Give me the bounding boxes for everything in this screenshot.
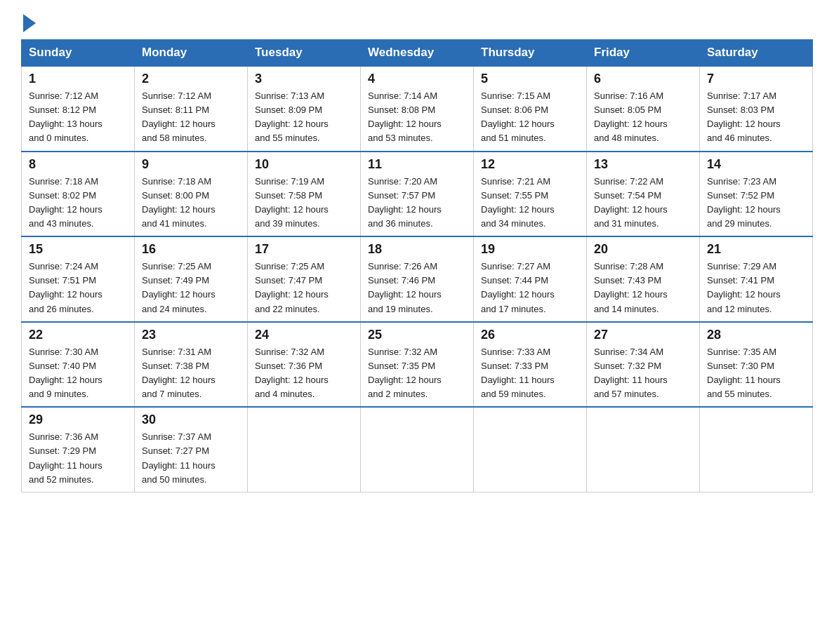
day-number: 21 bbox=[707, 242, 805, 257]
day-number: 28 bbox=[707, 328, 805, 342]
day-info: Sunrise: 7:28 AMSunset: 7:43 PMDaylight:… bbox=[594, 260, 692, 316]
logo bbox=[21, 14, 36, 27]
day-number: 30 bbox=[142, 412, 240, 427]
day-info: Sunrise: 7:17 AMSunset: 8:03 PMDaylight:… bbox=[707, 89, 805, 146]
day-number: 19 bbox=[481, 242, 579, 257]
day-number: 24 bbox=[255, 328, 353, 342]
day-number: 27 bbox=[594, 328, 692, 342]
calendar-header-row: SundayMondayTuesdayWednesdayThursdayFrid… bbox=[22, 40, 813, 67]
calendar-cell: 16Sunrise: 7:25 AMSunset: 7:49 PMDayligh… bbox=[135, 236, 248, 322]
calendar-week-2: 8Sunrise: 7:18 AMSunset: 8:02 PMDaylight… bbox=[22, 152, 813, 237]
weekday-header-thursday: Thursday bbox=[474, 40, 587, 67]
calendar-cell: 14Sunrise: 7:23 AMSunset: 7:52 PMDayligh… bbox=[700, 152, 813, 237]
day-info: Sunrise: 7:36 AMSunset: 7:29 PMDaylight:… bbox=[29, 430, 127, 487]
day-info: Sunrise: 7:22 AMSunset: 7:54 PMDaylight:… bbox=[594, 175, 692, 232]
calendar-cell: 1Sunrise: 7:12 AMSunset: 8:12 PMDaylight… bbox=[22, 66, 135, 152]
day-info: Sunrise: 7:24 AMSunset: 7:51 PMDaylight:… bbox=[29, 260, 127, 316]
calendar-cell: 27Sunrise: 7:34 AMSunset: 7:32 PMDayligh… bbox=[587, 322, 700, 408]
calendar-cell: 28Sunrise: 7:35 AMSunset: 7:30 PMDayligh… bbox=[700, 322, 813, 408]
calendar-week-1: 1Sunrise: 7:12 AMSunset: 8:12 PMDaylight… bbox=[22, 66, 813, 152]
calendar-cell bbox=[587, 407, 700, 492]
weekday-header-tuesday: Tuesday bbox=[248, 40, 361, 67]
day-info: Sunrise: 7:12 AMSunset: 8:11 PMDaylight:… bbox=[142, 89, 240, 146]
day-number: 2 bbox=[142, 72, 240, 86]
calendar-cell bbox=[700, 407, 813, 492]
calendar-cell: 10Sunrise: 7:19 AMSunset: 7:58 PMDayligh… bbox=[248, 152, 361, 237]
calendar-cell: 26Sunrise: 7:33 AMSunset: 7:33 PMDayligh… bbox=[474, 322, 587, 408]
day-info: Sunrise: 7:27 AMSunset: 7:44 PMDaylight:… bbox=[481, 260, 579, 316]
calendar-cell bbox=[248, 407, 361, 492]
day-number: 22 bbox=[29, 328, 127, 342]
calendar-cell: 30Sunrise: 7:37 AMSunset: 7:27 PMDayligh… bbox=[135, 407, 248, 492]
day-info: Sunrise: 7:20 AMSunset: 7:57 PMDaylight:… bbox=[368, 175, 466, 232]
day-info: Sunrise: 7:33 AMSunset: 7:33 PMDaylight:… bbox=[481, 345, 579, 402]
day-info: Sunrise: 7:37 AMSunset: 7:27 PMDaylight:… bbox=[142, 430, 240, 487]
weekday-header-friday: Friday bbox=[587, 40, 700, 67]
calendar-cell: 17Sunrise: 7:25 AMSunset: 7:47 PMDayligh… bbox=[248, 236, 361, 322]
page-header bbox=[21, 14, 813, 27]
day-number: 12 bbox=[481, 157, 579, 172]
calendar-cell: 9Sunrise: 7:18 AMSunset: 8:00 PMDaylight… bbox=[135, 152, 248, 237]
calendar-cell: 13Sunrise: 7:22 AMSunset: 7:54 PMDayligh… bbox=[587, 152, 700, 237]
day-info: Sunrise: 7:14 AMSunset: 8:08 PMDaylight:… bbox=[368, 89, 466, 146]
calendar-cell: 19Sunrise: 7:27 AMSunset: 7:44 PMDayligh… bbox=[474, 236, 587, 322]
day-info: Sunrise: 7:23 AMSunset: 7:52 PMDaylight:… bbox=[707, 175, 805, 232]
day-info: Sunrise: 7:18 AMSunset: 8:02 PMDaylight:… bbox=[29, 175, 127, 232]
day-number: 4 bbox=[368, 72, 466, 86]
calendar-cell: 8Sunrise: 7:18 AMSunset: 8:02 PMDaylight… bbox=[22, 152, 135, 237]
day-info: Sunrise: 7:26 AMSunset: 7:46 PMDaylight:… bbox=[368, 260, 466, 316]
calendar-cell bbox=[361, 407, 474, 492]
day-number: 23 bbox=[142, 328, 240, 342]
calendar-cell: 2Sunrise: 7:12 AMSunset: 8:11 PMDaylight… bbox=[135, 66, 248, 152]
day-number: 14 bbox=[707, 157, 805, 172]
day-info: Sunrise: 7:21 AMSunset: 7:55 PMDaylight:… bbox=[481, 175, 579, 232]
calendar-cell: 20Sunrise: 7:28 AMSunset: 7:43 PMDayligh… bbox=[587, 236, 700, 322]
day-info: Sunrise: 7:19 AMSunset: 7:58 PMDaylight:… bbox=[255, 175, 353, 232]
day-number: 8 bbox=[29, 157, 127, 172]
day-number: 6 bbox=[594, 72, 692, 86]
weekday-header-wednesday: Wednesday bbox=[361, 40, 474, 67]
day-number: 1 bbox=[29, 72, 127, 86]
day-info: Sunrise: 7:13 AMSunset: 8:09 PMDaylight:… bbox=[255, 89, 353, 146]
day-info: Sunrise: 7:35 AMSunset: 7:30 PMDaylight:… bbox=[707, 345, 805, 402]
weekday-header-monday: Monday bbox=[135, 40, 248, 67]
calendar-cell: 12Sunrise: 7:21 AMSunset: 7:55 PMDayligh… bbox=[474, 152, 587, 237]
calendar-cell: 5Sunrise: 7:15 AMSunset: 8:06 PMDaylight… bbox=[474, 66, 587, 152]
day-info: Sunrise: 7:32 AMSunset: 7:36 PMDaylight:… bbox=[255, 345, 353, 402]
calendar-cell: 6Sunrise: 7:16 AMSunset: 8:05 PMDaylight… bbox=[587, 66, 700, 152]
calendar-cell: 21Sunrise: 7:29 AMSunset: 7:41 PMDayligh… bbox=[700, 236, 813, 322]
day-number: 10 bbox=[255, 157, 353, 172]
calendar-cell: 25Sunrise: 7:32 AMSunset: 7:35 PMDayligh… bbox=[361, 322, 474, 408]
calendar-cell: 29Sunrise: 7:36 AMSunset: 7:29 PMDayligh… bbox=[22, 407, 135, 492]
calendar-cell: 18Sunrise: 7:26 AMSunset: 7:46 PMDayligh… bbox=[361, 236, 474, 322]
day-info: Sunrise: 7:34 AMSunset: 7:32 PMDaylight:… bbox=[594, 345, 692, 402]
calendar-table: SundayMondayTuesdayWednesdayThursdayFrid… bbox=[21, 39, 813, 492]
day-info: Sunrise: 7:30 AMSunset: 7:40 PMDaylight:… bbox=[29, 345, 127, 402]
calendar-cell: 15Sunrise: 7:24 AMSunset: 7:51 PMDayligh… bbox=[22, 236, 135, 322]
calendar-cell: 11Sunrise: 7:20 AMSunset: 7:57 PMDayligh… bbox=[361, 152, 474, 237]
day-number: 29 bbox=[29, 412, 127, 427]
weekday-header-saturday: Saturday bbox=[700, 40, 813, 67]
calendar-cell bbox=[474, 407, 587, 492]
day-info: Sunrise: 7:18 AMSunset: 8:00 PMDaylight:… bbox=[142, 175, 240, 232]
day-number: 18 bbox=[368, 242, 466, 257]
day-number: 20 bbox=[594, 242, 692, 257]
calendar-cell: 7Sunrise: 7:17 AMSunset: 8:03 PMDaylight… bbox=[700, 66, 813, 152]
calendar-cell: 22Sunrise: 7:30 AMSunset: 7:40 PMDayligh… bbox=[22, 322, 135, 408]
calendar-cell: 3Sunrise: 7:13 AMSunset: 8:09 PMDaylight… bbox=[248, 66, 361, 152]
day-number: 26 bbox=[481, 328, 579, 342]
day-info: Sunrise: 7:12 AMSunset: 8:12 PMDaylight:… bbox=[29, 89, 127, 146]
day-info: Sunrise: 7:16 AMSunset: 8:05 PMDaylight:… bbox=[594, 89, 692, 146]
day-number: 17 bbox=[255, 242, 353, 257]
day-info: Sunrise: 7:29 AMSunset: 7:41 PMDaylight:… bbox=[707, 260, 805, 316]
calendar-week-4: 22Sunrise: 7:30 AMSunset: 7:40 PMDayligh… bbox=[22, 322, 813, 408]
day-info: Sunrise: 7:25 AMSunset: 7:49 PMDaylight:… bbox=[142, 260, 240, 316]
day-info: Sunrise: 7:31 AMSunset: 7:38 PMDaylight:… bbox=[142, 345, 240, 402]
logo-arrow-icon bbox=[23, 14, 36, 32]
calendar-week-5: 29Sunrise: 7:36 AMSunset: 7:29 PMDayligh… bbox=[22, 407, 813, 492]
weekday-header-sunday: Sunday bbox=[22, 40, 135, 67]
calendar-week-3: 15Sunrise: 7:24 AMSunset: 7:51 PMDayligh… bbox=[22, 236, 813, 322]
day-info: Sunrise: 7:25 AMSunset: 7:47 PMDaylight:… bbox=[255, 260, 353, 316]
day-number: 15 bbox=[29, 242, 127, 257]
calendar-cell: 24Sunrise: 7:32 AMSunset: 7:36 PMDayligh… bbox=[248, 322, 361, 408]
